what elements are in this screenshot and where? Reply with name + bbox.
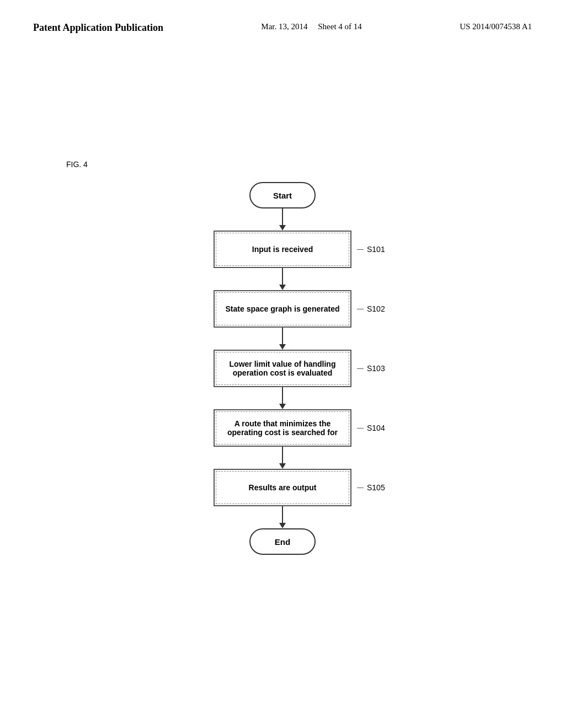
end-shape: End bbox=[249, 528, 316, 555]
step-row-s102: State space graph is generated S102 bbox=[214, 290, 351, 328]
step-s105-label: S105 bbox=[357, 483, 385, 492]
step-row-s105: Results are output S105 bbox=[214, 469, 351, 506]
publication-title: Patent Application Publication bbox=[33, 22, 163, 34]
page-header: Patent Application Publication Mar. 13, … bbox=[0, 0, 565, 45]
step-s103-box: Lower limit value of handling operation … bbox=[214, 350, 351, 387]
arrow-4 bbox=[279, 387, 286, 409]
step-s105-box: Results are output bbox=[214, 469, 351, 506]
arrow-3 bbox=[279, 328, 286, 350]
step-s104-box: A route that minimizes the operating cos… bbox=[214, 409, 351, 447]
step-s102-box: State space graph is generated bbox=[214, 290, 351, 328]
publication-date-sheet: Mar. 13, 2014 Sheet 4 of 14 bbox=[261, 22, 362, 31]
flowchart: Start Input is received S101 State space… bbox=[214, 182, 351, 555]
start-shape: Start bbox=[249, 182, 316, 208]
step-s103-label: S103 bbox=[357, 364, 385, 373]
arrow-1 bbox=[279, 208, 286, 231]
step-s102-label: S102 bbox=[357, 304, 385, 313]
publication-date: Mar. 13, 2014 bbox=[261, 22, 307, 31]
figure-label: FIG. 4 bbox=[66, 160, 88, 169]
step-row-s103: Lower limit value of handling operation … bbox=[214, 350, 351, 387]
arrow-5 bbox=[279, 447, 286, 469]
step-s104-label: S104 bbox=[357, 424, 385, 432]
arrow-2 bbox=[279, 268, 286, 290]
step-s101-label: S101 bbox=[357, 245, 385, 254]
publication-number: US 2014/0074538 A1 bbox=[460, 22, 532, 31]
sheet-info: Sheet 4 of 14 bbox=[318, 22, 362, 31]
arrow-6 bbox=[279, 506, 286, 528]
step-row-s101: Input is received S101 bbox=[214, 231, 351, 268]
step-row-s104: A route that minimizes the operating cos… bbox=[214, 409, 351, 447]
step-s101-box: Input is received bbox=[214, 231, 351, 268]
